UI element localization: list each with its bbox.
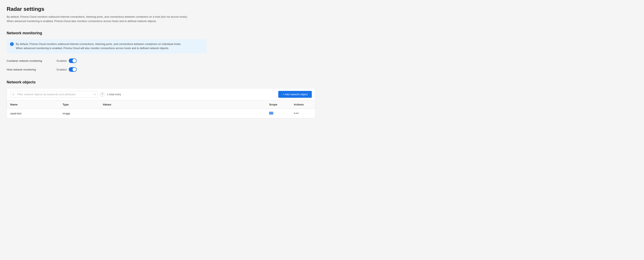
col-header-scope: Scope xyxy=(266,100,290,109)
network-monitoring-title: Network monitoring xyxy=(7,31,315,35)
scope-badge[interactable] xyxy=(269,112,273,115)
container-monitoring-toggle[interactable] xyxy=(69,58,77,63)
toggle-knob xyxy=(72,59,76,63)
cell-values xyxy=(99,109,266,118)
filter-icon: ▽ xyxy=(12,93,14,96)
cell-name: saad-test xyxy=(7,109,59,118)
page-title: Radar settings xyxy=(7,6,315,12)
container-monitoring-status: Enabled xyxy=(57,59,67,62)
network-objects-section: Network objects ▽ × ? 1 total entry + Ad… xyxy=(7,80,315,118)
col-header-type: Type xyxy=(59,100,99,109)
filter-bar: ▽ × ? 1 total entry + Add network object xyxy=(7,88,315,100)
host-monitoring-row: Host network monitoring Enabled xyxy=(7,67,315,72)
toggle-knob-host xyxy=(72,68,76,71)
page-description: By default, Prisma Cloud monitors outbou… xyxy=(7,15,206,23)
filter-input[interactable] xyxy=(10,91,98,98)
filter-clear-icon[interactable]: × xyxy=(94,93,96,96)
info-text: By default, Prisma Cloud monitors outbou… xyxy=(16,42,181,51)
filter-input-wrapper: ▽ × xyxy=(10,91,98,98)
container-monitoring-label: Container network monitoring xyxy=(7,59,52,62)
col-header-name: Name xyxy=(7,100,59,109)
network-objects-table: Name Type Values Scope Actions saad-test… xyxy=(7,100,315,118)
col-header-actions: Actions xyxy=(290,100,315,109)
network-objects-table-wrapper: ▽ × ? 1 total entry + Add network object… xyxy=(7,88,315,118)
info-box: i By default, Prisma Cloud monitors outb… xyxy=(7,39,206,54)
cell-actions: ••• xyxy=(290,109,315,118)
host-toggle-wrapper: Enabled xyxy=(57,67,77,72)
cell-type: Image xyxy=(59,109,99,118)
container-toggle-wrapper: Enabled xyxy=(57,58,77,63)
table-row: saad-test Image ••• xyxy=(7,109,315,118)
network-objects-title: Network objects xyxy=(7,80,315,84)
host-monitoring-toggle[interactable] xyxy=(69,67,77,72)
network-monitoring-section: Network monitoring i By default, Prisma … xyxy=(7,31,315,72)
add-network-object-button[interactable]: + Add network object xyxy=(278,91,312,98)
cell-scope xyxy=(266,109,290,118)
table-header-row: Name Type Values Scope Actions xyxy=(7,100,315,109)
host-monitoring-status: Enabled xyxy=(57,68,67,71)
host-monitoring-label: Host network monitoring xyxy=(7,68,52,71)
col-header-values: Values xyxy=(99,100,266,109)
container-monitoring-row: Container network monitoring Enabled xyxy=(7,58,315,63)
info-icon: i xyxy=(10,42,14,46)
entry-count: 1 total entry xyxy=(107,93,276,96)
actions-menu-button[interactable]: ••• xyxy=(294,111,299,115)
help-icon[interactable]: ? xyxy=(100,92,104,96)
